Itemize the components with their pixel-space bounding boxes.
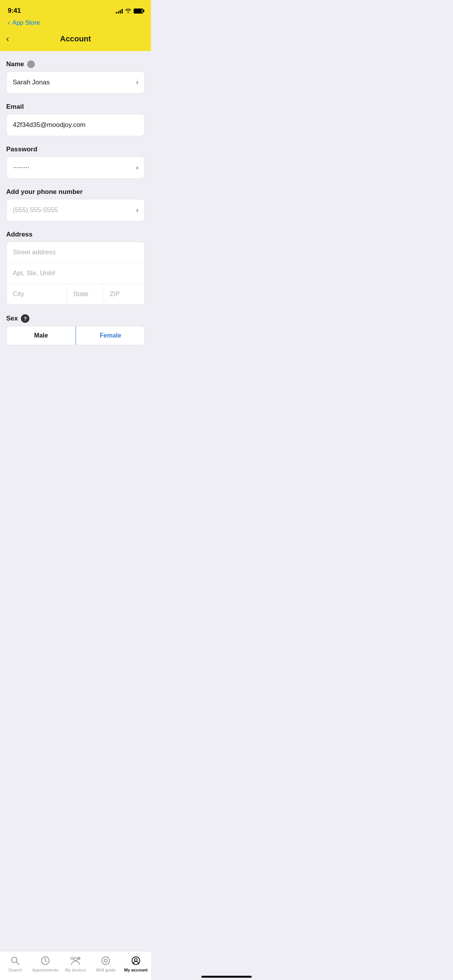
password-field-row[interactable]: ········· › — [7, 157, 144, 178]
address-label: Address — [6, 231, 145, 238]
phone-field-row[interactable]: (555) 555-5555 › — [7, 199, 144, 221]
email-section: Email 42f34d35@moodjoy.com — [6, 103, 145, 136]
appstore-label[interactable]: App Store — [12, 19, 40, 26]
phone-section: Add your phone number (555) 555-5555 › — [6, 188, 145, 221]
status-time: 9:41 — [8, 7, 21, 15]
status-bar: 9:41 — [0, 0, 151, 19]
password-label: Password — [6, 146, 145, 153]
email-field-box[interactable]: 42f34d35@moodjoy.com — [6, 114, 145, 136]
name-field-box[interactable]: Sarah Jonas › — [6, 71, 145, 94]
phone-chevron-icon: › — [136, 207, 138, 214]
sex-label: Sex ? — [6, 314, 145, 323]
name-label: Name — [6, 60, 145, 68]
state-field[interactable]: State — [67, 284, 103, 305]
phone-label: Add your phone number — [6, 188, 145, 196]
name-value: Sarah Jonas — [13, 79, 50, 86]
status-icons — [116, 8, 143, 14]
phone-placeholder: (555) 555-5555 — [13, 206, 58, 214]
zip-placeholder: ZIP — [110, 290, 120, 298]
signal-icon — [116, 8, 123, 14]
apt-address-row[interactable]: Apt, Ste, Unit# — [7, 263, 144, 284]
page-header: ‹ Account — [0, 31, 151, 51]
city-placeholder: City — [13, 290, 24, 298]
email-value: 42f34d35@moodjoy.com — [13, 121, 86, 129]
password-field-box[interactable]: ········· › — [6, 156, 145, 179]
state-placeholder: State — [73, 290, 89, 298]
sex-section: Sex ? Male Female — [6, 314, 145, 345]
sex-male-option[interactable]: Male — [7, 326, 76, 345]
phone-field-box[interactable]: (555) 555-5555 › — [6, 199, 145, 221]
city-state-zip-row[interactable]: City State ZIP — [7, 284, 144, 305]
sex-female-option[interactable]: Female — [76, 326, 145, 345]
battery-icon — [134, 9, 143, 14]
password-value: ········· — [13, 164, 29, 171]
name-section: Name Sarah Jonas › — [6, 60, 145, 94]
back-button[interactable]: ‹ — [6, 34, 9, 44]
wifi-icon — [125, 8, 131, 14]
street-address-row[interactable]: Street address — [7, 242, 144, 263]
appstore-back-chevron: ‹ — [8, 19, 10, 27]
sex-help-icon[interactable]: ? — [21, 314, 29, 323]
street-placeholder: Street address — [13, 248, 56, 256]
name-field-row[interactable]: Sarah Jonas › — [7, 72, 144, 93]
city-field[interactable]: City — [7, 284, 67, 305]
name-dot-indicator — [27, 60, 35, 68]
email-field-row[interactable]: 42f34d35@moodjoy.com — [7, 114, 144, 136]
page-title: Account — [60, 34, 91, 43]
address-field-box[interactable]: Street address Apt, Ste, Unit# City Stat… — [6, 242, 145, 305]
appstore-bar[interactable]: ‹ App Store — [0, 19, 151, 31]
address-section: Address Street address Apt, Ste, Unit# C… — [6, 231, 145, 305]
password-section: Password ········· › — [6, 146, 145, 179]
zip-field[interactable]: ZIP — [103, 284, 144, 305]
apt-placeholder: Apt, Ste, Unit# — [13, 269, 55, 277]
password-chevron-icon: › — [136, 164, 138, 171]
sex-toggle[interactable]: Male Female — [6, 326, 145, 345]
email-label: Email — [6, 103, 145, 111]
name-chevron-icon: › — [136, 79, 138, 86]
page-content: Name Sarah Jonas › Email 42f34d35@moodjo… — [0, 51, 151, 393]
